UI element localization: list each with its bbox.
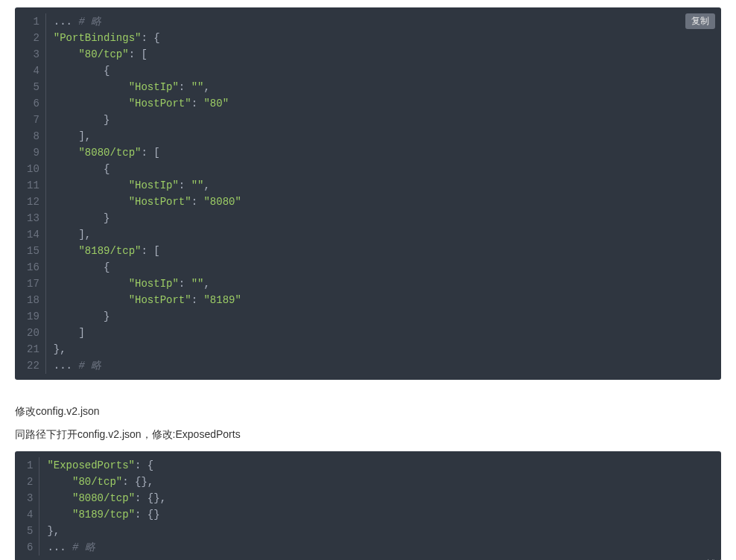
paragraph-modify-config: 修改config.v2.json (15, 402, 721, 421)
gutter: 1 2 3 4 5 6 (15, 457, 39, 556)
code-block-1: 复制 1 2 3 4 5 6 7 8 9 10 11 12 13 14 15 1… (15, 7, 721, 380)
gutter: 1 2 3 4 5 6 7 8 9 10 11 12 13 14 15 16 1… (15, 13, 46, 374)
code-content: ... # 略 "PortBindings": { "80/tcp": [ { … (46, 13, 249, 374)
code-content: "ExposedPorts": { "80/tcp": {}, "8080/tc… (39, 457, 174, 556)
paragraph-open-config: 同路径下打开config.v2.json，修改:ExposedPorts (15, 425, 721, 444)
code-pre: 1 2 3 4 5 6 7 8 9 10 11 12 13 14 15 16 1… (15, 7, 721, 380)
code-block-2: 1 2 3 4 5 6"ExposedPorts": { "80/tcp": {… (15, 451, 721, 560)
copy-button[interactable]: 复制 (685, 13, 715, 29)
code-pre: 1 2 3 4 5 6"ExposedPorts": { "80/tcp": {… (15, 451, 721, 560)
